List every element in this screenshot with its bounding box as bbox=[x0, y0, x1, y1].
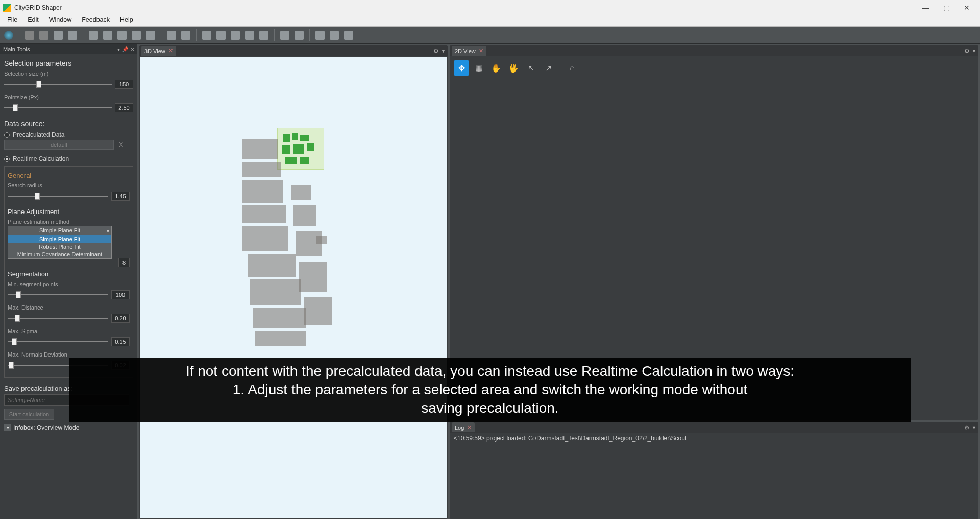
pick-tool-icon[interactable]: ↖ bbox=[523, 60, 538, 76]
realtime-radio[interactable] bbox=[4, 156, 10, 162]
selection-size-slider[interactable] bbox=[4, 80, 112, 89]
search-radius-slider[interactable] bbox=[8, 192, 108, 201]
panel-menu-icon[interactable]: ▾ bbox=[117, 46, 120, 52]
precalc-radio[interactable] bbox=[4, 132, 10, 138]
view2d-menu-icon[interactable]: ▼ bbox=[972, 49, 976, 54]
underline-icon[interactable] bbox=[52, 29, 65, 42]
menu-file[interactable]: File bbox=[2, 15, 22, 26]
select-rect-icon[interactable] bbox=[87, 29, 100, 42]
undo-icon[interactable] bbox=[23, 29, 36, 42]
start-calc-button[interactable]: Start calculation bbox=[4, 409, 54, 420]
search-radius-value[interactable]: 1.45 bbox=[111, 192, 130, 201]
max-sigma-slider[interactable] bbox=[8, 337, 108, 346]
select-poly-icon[interactable] bbox=[101, 29, 114, 42]
tabbar-2d: 2D View ✕ ⚙ ▼ bbox=[450, 45, 978, 56]
log-body: <10:59:59> project loaded: G:\Darmstadt_… bbox=[450, 433, 978, 519]
view3d-menu-icon[interactable]: ▼ bbox=[441, 49, 446, 54]
plane-option-mincov[interactable]: Minimum Covariance Determinant bbox=[8, 251, 111, 258]
general-heading: General bbox=[8, 169, 130, 181]
panel-header: Main Tools ▾ 📌 ✕ bbox=[0, 44, 137, 54]
min-pts-slider[interactable] bbox=[8, 290, 108, 299]
mesh-b-icon[interactable] bbox=[292, 29, 306, 42]
views-area: 3D View ✕ ⚙ ▼ bbox=[137, 44, 980, 519]
tab-log-close-icon[interactable]: ✕ bbox=[467, 424, 472, 431]
plane-option-simple[interactable]: Simple Plane Fit bbox=[8, 235, 111, 243]
subtitle-line-2: 1. Adjust the parameters for a selected … bbox=[79, 381, 901, 399]
plane-method-combo[interactable]: Simple Plane Fit bbox=[8, 226, 112, 235]
log-menu-icon[interactable]: ▼ bbox=[972, 425, 976, 430]
selection-size-value[interactable]: 150 bbox=[115, 80, 133, 89]
roof-c-icon[interactable] bbox=[257, 29, 271, 42]
pointsize-slider[interactable] bbox=[4, 103, 112, 112]
segmentation-heading: Segmentation bbox=[8, 267, 130, 280]
link-icon[interactable] bbox=[66, 29, 79, 42]
pan-tool-icon[interactable]: ✋ bbox=[488, 60, 504, 76]
tab-3d-close-icon[interactable]: ✕ bbox=[168, 48, 173, 54]
home-2d-icon[interactable]: ⌂ bbox=[565, 60, 580, 76]
box-icon[interactable] bbox=[200, 29, 213, 42]
chart-a-icon[interactable] bbox=[313, 29, 327, 42]
plane-heading: Plane Adjustment bbox=[8, 205, 130, 218]
slope-icon[interactable] bbox=[214, 29, 228, 42]
tab-3d[interactable]: 3D View ✕ bbox=[141, 46, 176, 56]
menu-help[interactable]: Help bbox=[115, 15, 138, 26]
roof-b-icon[interactable] bbox=[243, 29, 256, 42]
app-title: CityGRID Shaper bbox=[14, 4, 62, 11]
grid-tool-icon[interactable]: ▦ bbox=[471, 60, 486, 76]
max-sigma-value[interactable]: 0.15 bbox=[111, 337, 130, 346]
mesh-a-icon[interactable] bbox=[278, 29, 291, 42]
pointsize-label: Pointsize (Px) bbox=[4, 93, 133, 101]
menu-feedback[interactable]: Feedback bbox=[77, 15, 115, 26]
pick2-tool-icon[interactable]: ↗ bbox=[541, 60, 556, 76]
view3d-gear-icon[interactable]: ⚙ bbox=[431, 48, 441, 55]
chart-b-icon[interactable] bbox=[328, 29, 341, 42]
precalc-combo: default bbox=[4, 140, 114, 150]
precalc-clear-button[interactable]: X bbox=[115, 141, 127, 148]
tabbar-3d: 3D View ✕ ⚙ ▼ bbox=[139, 45, 448, 56]
maximize-button[interactable]: ▢ bbox=[936, 0, 957, 15]
view2d-gear-icon[interactable]: ⚙ bbox=[962, 48, 972, 55]
home-icon[interactable] bbox=[2, 29, 15, 42]
log-gear-icon[interactable]: ⚙ bbox=[962, 424, 972, 431]
realtime-radio-row[interactable]: Realtime Calculation bbox=[4, 154, 133, 164]
min-pts-value[interactable]: 100 bbox=[111, 290, 130, 299]
tri-b-icon[interactable] bbox=[179, 29, 192, 42]
plane-method-label: Plane estimation method bbox=[8, 218, 130, 226]
edge-icon[interactable] bbox=[115, 29, 129, 42]
redo-icon[interactable] bbox=[37, 29, 51, 42]
subtitle-line-3: saving precalculation. bbox=[79, 399, 901, 417]
toolbar-2d: ✥ ▦ ✋ 🖐 ↖ ↗ ⌂ bbox=[453, 59, 581, 77]
tab-2d[interactable]: 2D View ✕ bbox=[452, 46, 486, 56]
disclose-icon[interactable]: ▾ bbox=[4, 424, 11, 431]
canvas-3d[interactable] bbox=[140, 57, 447, 518]
main-toolbar bbox=[0, 27, 980, 44]
pointsize-value[interactable]: 2.50 bbox=[115, 103, 133, 112]
face-icon[interactable] bbox=[130, 29, 143, 42]
precalc-radio-row[interactable]: Precalculated Data bbox=[4, 130, 133, 140]
panel-pin-icon[interactable]: 📌 bbox=[122, 46, 128, 52]
roof-a-icon[interactable] bbox=[229, 29, 242, 42]
menu-edit[interactable]: Edit bbox=[22, 15, 44, 26]
app-logo-icon bbox=[3, 4, 11, 12]
panel-close-icon[interactable]: ✕ bbox=[130, 46, 134, 52]
export-icon[interactable] bbox=[342, 29, 355, 42]
tri-a-icon[interactable] bbox=[165, 29, 178, 42]
max-dist-slider[interactable] bbox=[8, 314, 108, 323]
panel-title: Main Tools bbox=[3, 46, 30, 52]
tab-log[interactable]: Log ✕ bbox=[452, 422, 475, 432]
log-pane: Log ✕ ⚙ ▼ <10:59:59> project loaded: G:\… bbox=[450, 422, 978, 519]
max-dist-value[interactable]: 0.20 bbox=[111, 314, 130, 323]
grab-tool-icon[interactable]: 🖐 bbox=[506, 60, 521, 76]
max-dist-label: Max. Distance bbox=[8, 303, 130, 312]
tab-2d-label: 2D View bbox=[455, 48, 476, 54]
plane-option-robust[interactable]: Robust Plane Fit bbox=[8, 243, 111, 251]
minimize-button[interactable]: — bbox=[916, 0, 936, 15]
move-tool-icon[interactable]: ✥ bbox=[454, 60, 469, 76]
tab-3d-label: 3D View bbox=[144, 48, 165, 54]
close-window-button[interactable]: ✕ bbox=[957, 0, 977, 15]
house-icon[interactable] bbox=[144, 29, 157, 42]
tab-2d-close-icon[interactable]: ✕ bbox=[479, 48, 483, 54]
view-3d-pane: 3D View ✕ ⚙ ▼ bbox=[139, 45, 448, 519]
plane-side-value[interactable]: 8 bbox=[118, 258, 130, 267]
menu-window[interactable]: Window bbox=[44, 15, 77, 26]
